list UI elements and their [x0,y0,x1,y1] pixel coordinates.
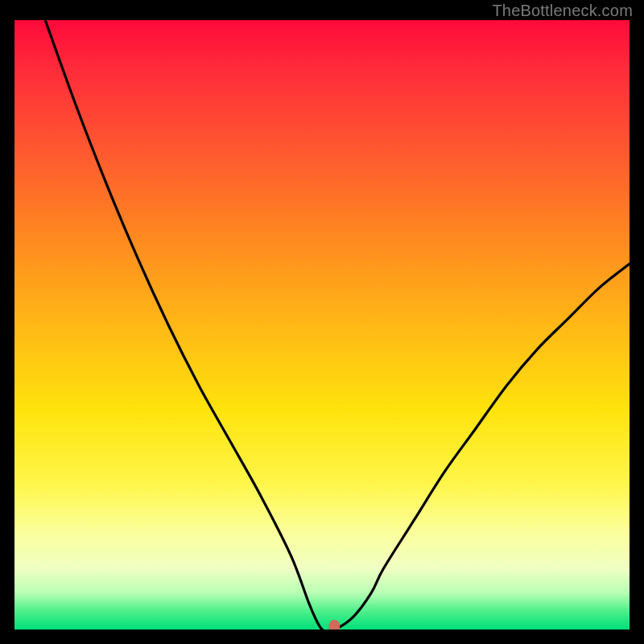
plot-area [14,20,630,630]
curve-svg [14,20,630,630]
chart-frame: TheBottleneck.com [0,0,644,644]
watermark-text: TheBottleneck.com [492,2,633,20]
bottleneck-curve-path [45,20,630,630]
minimum-marker [328,620,340,630]
